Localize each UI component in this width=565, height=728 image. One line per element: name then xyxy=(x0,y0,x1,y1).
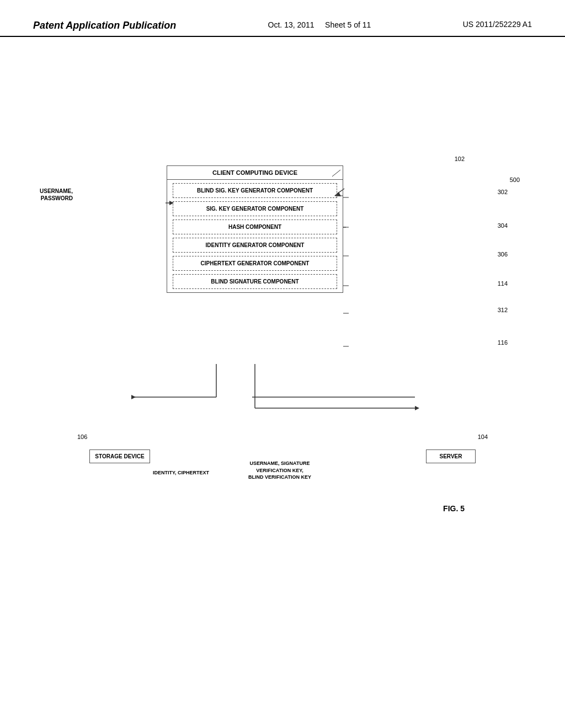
component-blind-sig: BLIND SIGNATURE COMPONENT xyxy=(173,274,337,289)
ref-500: 500 xyxy=(510,176,520,183)
figure-label: FIG. 5 xyxy=(443,504,465,513)
header-center: Oct. 13, 2011 Sheet 5 of 11 xyxy=(268,20,371,31)
ref-116: 116 xyxy=(498,339,508,346)
storage-device-box: STORAGE DEVICE xyxy=(89,449,150,463)
publication-date: Oct. 13, 2011 xyxy=(268,20,315,29)
client-computing-device-box: CLIENT COMPUTING DEVICE BLIND SIG. KEY G… xyxy=(167,165,343,293)
component-ciphertext: CIPHERTEXT GENERATOR COMPONENT xyxy=(173,256,337,271)
page-header: Patent Application Publication Oct. 13, … xyxy=(0,0,565,37)
ref-312: 312 xyxy=(498,307,508,313)
publication-number: US 2011/252229 A1 xyxy=(463,20,532,29)
client-box-title: CLIENT COMPUTING DEVICE xyxy=(167,166,343,180)
svg-marker-16 xyxy=(131,395,136,399)
ref-306: 306 xyxy=(498,251,508,258)
diagram-area: CLIENT COMPUTING DEVICE BLIND SIG. KEY G… xyxy=(89,165,476,485)
component-hash: HASH COMPONENT xyxy=(173,220,337,234)
username-sig-label: USERNAME, SIGNATURE VERIFICATION KEY, BL… xyxy=(244,460,316,481)
identity-ciphertext-label: IDENTITY, CIPHERTEXT xyxy=(153,470,209,477)
sheet-info: Sheet 5 of 11 xyxy=(325,20,371,29)
component-sig-key: SIG. KEY GENERATOR COMPONENT xyxy=(173,201,337,216)
publication-title: Patent Application Publication xyxy=(33,20,176,31)
component-identity: IDENTITY GENERATOR COMPONENT xyxy=(173,238,337,253)
ref-302: 302 xyxy=(498,189,508,195)
ref-304: 304 xyxy=(498,222,508,229)
ref-106: 106 xyxy=(77,433,87,440)
server-box: SERVER xyxy=(426,449,476,463)
component-blind-sig-key: BLIND SIG. KEY GENERATOR COMPONENT xyxy=(173,183,337,198)
svg-marker-21 xyxy=(415,406,419,410)
ref-102: 102 xyxy=(455,156,465,162)
ref-114: 114 xyxy=(498,280,508,287)
ref-104: 104 xyxy=(478,433,488,440)
input-credentials-label: USERNAME, PASSWORD xyxy=(40,188,73,202)
